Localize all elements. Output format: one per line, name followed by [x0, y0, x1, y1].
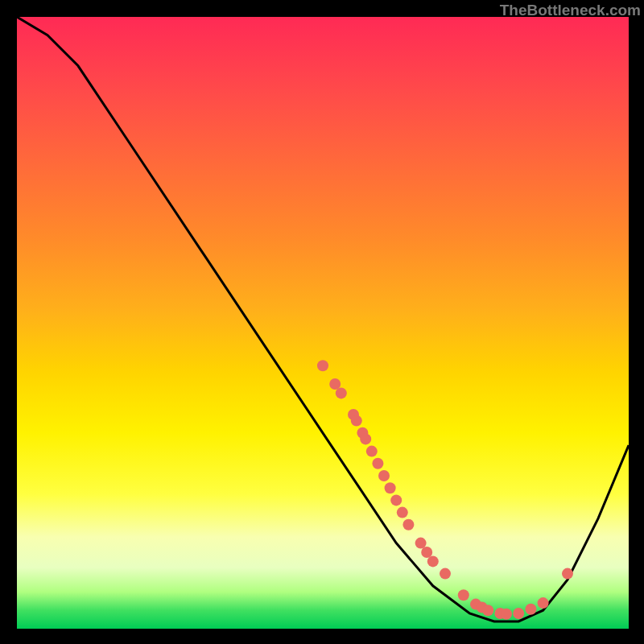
data-point: [385, 482, 396, 493]
data-point: [562, 568, 573, 580]
bottleneck-curve: [17, 17, 629, 621]
data-point: [360, 433, 371, 444]
data-point: [421, 547, 432, 558]
plot-area: [16, 16, 630, 630]
data-point: [390, 494, 402, 506]
data-point: [402, 519, 414, 530]
attribution-text: TheBottleneck.com: [500, 2, 641, 19]
data-point: [317, 360, 328, 371]
data-markers: [317, 360, 573, 620]
data-point: [440, 568, 451, 580]
chart-frame: TheBottleneck.com: [0, 0, 644, 644]
data-point: [427, 555, 439, 567]
data-point: [513, 608, 524, 619]
data-point: [351, 415, 362, 427]
data-point: [538, 597, 549, 609]
data-point: [372, 458, 383, 469]
data-point: [525, 604, 536, 615]
data-point: [482, 605, 493, 616]
data-point: [329, 378, 341, 390]
data-point: [397, 507, 408, 518]
data-point: [415, 538, 427, 549]
data-point: [366, 446, 378, 457]
chart-svg: [17, 17, 629, 629]
data-point: [378, 470, 390, 481]
data-point: [501, 609, 512, 620]
data-point: [458, 589, 469, 601]
data-point: [336, 387, 347, 398]
